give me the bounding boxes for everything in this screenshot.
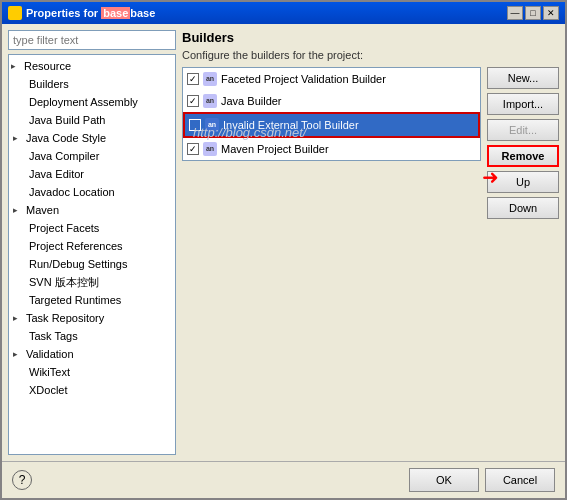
builder-item-faceted[interactable]: an Faceted Project Validation Builder (183, 68, 480, 90)
right-panel: Builders Configure the builders for the … (182, 30, 559, 455)
bottom-bar: ? OK Cancel (2, 461, 565, 498)
tree-item-label: Java Build Path (29, 112, 105, 128)
expand-icon: ▸ (13, 310, 23, 326)
left-panel: ▸ Resource Builders Deployment Assembly … (8, 30, 176, 455)
window-content: ▸ Resource Builders Deployment Assembly … (2, 24, 565, 498)
tree-item-label: Java Code Style (26, 130, 106, 146)
panel-description: Configure the builders for the project: (182, 49, 559, 61)
tree-item-label: Project References (29, 238, 123, 254)
tree-item-label: Builders (29, 76, 69, 92)
builder-label-faceted: Faceted Project Validation Builder (221, 70, 386, 88)
expand-icon: ▸ (13, 346, 23, 362)
tree-item-targeted-runtimes[interactable]: Targeted Runtimes (9, 291, 175, 309)
panel-title: Builders (182, 30, 559, 45)
builder-checkbox-faceted[interactable] (187, 73, 199, 85)
expand-icon: ▸ (11, 58, 21, 74)
edit-button[interactable]: Edit... (487, 119, 559, 141)
tree-item-label: Resource (24, 58, 71, 74)
builder-label-maven: Maven Project Builder (221, 140, 329, 158)
new-button[interactable]: New... (487, 67, 559, 89)
tree-item-label: Task Repository (26, 310, 104, 326)
builder-icon-java: an (203, 94, 217, 108)
builders-list-wrapper: an Faceted Project Validation Builder an… (182, 67, 481, 455)
tree-item-label: WikiText (29, 364, 70, 380)
builder-label-java: Java Builder (221, 92, 282, 110)
tree-item-label: XDoclet (29, 382, 68, 398)
cancel-button[interactable]: Cancel (485, 468, 555, 492)
builders-list: an Faceted Project Validation Builder an… (182, 67, 481, 161)
tree-item-xdoclet[interactable]: XDoclet (9, 381, 175, 399)
remove-button[interactable]: Remove (487, 145, 559, 167)
filter-input[interactable] (8, 30, 176, 50)
help-button[interactable]: ? (12, 470, 32, 490)
tree-item-run-debug[interactable]: Run/Debug Settings (9, 255, 175, 273)
builders-buttons: New... Import... Edit... Remove Up Down (487, 67, 559, 455)
title-project-name: base (101, 7, 130, 19)
tree-item-java-editor[interactable]: Java Editor (9, 165, 175, 183)
builder-item-maven[interactable]: an Maven Project Builder (183, 138, 480, 160)
down-button[interactable]: Down (487, 197, 559, 219)
tree-container: ▸ Resource Builders Deployment Assembly … (8, 54, 176, 455)
tree-item-svn[interactable]: SVN 版本控制 (9, 273, 175, 291)
tree-item-label: Java Editor (29, 166, 84, 182)
close-button[interactable]: ✕ (543, 6, 559, 20)
tree-item-javadoc-location[interactable]: Javadoc Location (9, 183, 175, 201)
window-icon (8, 6, 22, 20)
tree-item-validation[interactable]: ▸ Validation (9, 345, 175, 363)
tree-item-label: Targeted Runtimes (29, 292, 121, 308)
maximize-button[interactable]: □ (525, 6, 541, 20)
tree-item-resource[interactable]: ▸ Resource (9, 57, 175, 75)
main-area: ▸ Resource Builders Deployment Assembly … (2, 24, 565, 461)
tree-item-java-compiler[interactable]: Java Compiler (9, 147, 175, 165)
builder-checkbox-maven[interactable] (187, 143, 199, 155)
minimize-button[interactable]: — (507, 6, 523, 20)
tree-item-wikitext[interactable]: WikiText (9, 363, 175, 381)
tree-item-project-facets[interactable]: Project Facets (9, 219, 175, 237)
bottom-buttons: OK Cancel (409, 468, 555, 492)
tree-item-deployment-assembly[interactable]: Deployment Assembly (9, 93, 175, 111)
tree-item-task-tags[interactable]: Task Tags (9, 327, 175, 345)
red-arrow-annotation: ➜ (482, 165, 499, 189)
ok-button[interactable]: OK (409, 468, 479, 492)
expand-icon: ▸ (13, 202, 23, 218)
tree-item-label: SVN 版本控制 (29, 274, 99, 290)
builders-area: an Faceted Project Validation Builder an… (182, 67, 559, 455)
title-controls: — □ ✕ (507, 6, 559, 20)
tree-item-label: Deployment Assembly (29, 94, 138, 110)
builder-checkbox-java[interactable] (187, 95, 199, 107)
tree-item-label: Validation (26, 346, 74, 362)
tree-item-label: Task Tags (29, 328, 78, 344)
tree-item-label: Project Facets (29, 220, 99, 236)
tree-item-task-repository[interactable]: ▸ Task Repository (9, 309, 175, 327)
builder-icon-faceted: an (203, 72, 217, 86)
builder-item-java[interactable]: an Java Builder (183, 90, 480, 112)
tree-item-builders[interactable]: Builders (9, 75, 175, 93)
tree-item-java-code-style[interactable]: ▸ Java Code Style (9, 129, 175, 147)
title-bar-text: Properties for basebase (8, 6, 155, 20)
tree-item-label: Run/Debug Settings (29, 256, 127, 272)
tree-item-label: Maven (26, 202, 59, 218)
tree-item-java-build-path[interactable]: Java Build Path (9, 111, 175, 129)
import-button[interactable]: Import... (487, 93, 559, 115)
tree-item-label: Javadoc Location (29, 184, 115, 200)
tree-item-project-references[interactable]: Project References (9, 237, 175, 255)
expand-icon: ▸ (13, 130, 23, 146)
title-suffix: base (130, 7, 155, 19)
builder-icon-maven: an (203, 142, 217, 156)
tree-item-label: Java Compiler (29, 148, 99, 164)
title-label: Properties for basebase (26, 7, 155, 19)
watermark: http://blog.csdn.net/ (193, 125, 306, 140)
properties-window: Properties for basebase — □ ✕ ▸ Resource (0, 0, 567, 500)
title-bar: Properties for basebase — □ ✕ (2, 2, 565, 24)
tree-item-maven[interactable]: ▸ Maven (9, 201, 175, 219)
